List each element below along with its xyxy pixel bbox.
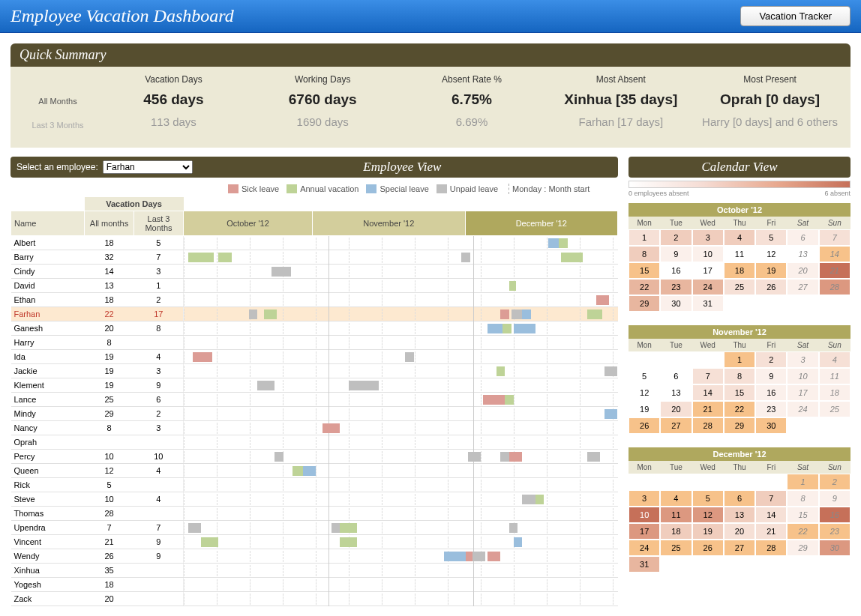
calendar-day[interactable]: 20 bbox=[660, 401, 692, 417]
table-row[interactable]: Queen124 bbox=[11, 464, 618, 478]
calendar-day[interactable]: 22 bbox=[628, 279, 660, 295]
table-row[interactable]: Cindy143 bbox=[11, 265, 618, 279]
calendar-day[interactable]: 15 bbox=[628, 262, 660, 279]
col-last3[interactable]: Last 3 Months bbox=[134, 211, 184, 236]
calendar-day[interactable]: 2 bbox=[755, 351, 787, 368]
calendar-day[interactable]: 19 bbox=[692, 523, 724, 540]
table-row[interactable]: Oprah bbox=[11, 435, 618, 450]
table-row[interactable]: Ethan182 bbox=[11, 293, 618, 307]
calendar-day[interactable]: 29 bbox=[628, 295, 660, 312]
calendar-day[interactable]: 19 bbox=[755, 262, 787, 279]
table-row[interactable]: Ida194 bbox=[11, 350, 618, 364]
table-row[interactable]: Xinhua35 bbox=[11, 564, 618, 578]
calendar-day[interactable]: 16 bbox=[819, 507, 850, 523]
calendar-day[interactable]: 9 bbox=[660, 246, 692, 262]
calendar-day[interactable]: 28 bbox=[692, 417, 724, 434]
table-row[interactable]: Ganesh208 bbox=[11, 321, 618, 336]
calendar-day[interactable]: 16 bbox=[755, 384, 787, 401]
table-row[interactable]: Steve104 bbox=[11, 492, 618, 507]
table-row[interactable]: Mindy292 bbox=[11, 407, 618, 421]
calendar-day[interactable]: 11 bbox=[724, 246, 755, 262]
calendar-day[interactable]: 4 bbox=[819, 351, 850, 368]
calendar-day[interactable]: 29 bbox=[787, 540, 818, 556]
calendar-day[interactable]: 8 bbox=[787, 490, 818, 507]
table-row[interactable]: Percy1010 bbox=[11, 450, 618, 464]
table-row[interactable]: Lance256 bbox=[11, 393, 618, 407]
calendar-day[interactable]: 18 bbox=[724, 262, 755, 279]
calendar-day[interactable]: 21 bbox=[755, 523, 787, 540]
calendar-day[interactable]: 7 bbox=[819, 229, 850, 246]
col-all-months[interactable]: All months bbox=[85, 211, 134, 236]
calendar-day[interactable]: 15 bbox=[787, 507, 818, 523]
calendar-day[interactable]: 13 bbox=[787, 246, 818, 262]
calendar-day[interactable]: 17 bbox=[628, 523, 660, 540]
calendar-day[interactable]: 25 bbox=[660, 540, 692, 556]
calendar-day[interactable]: 23 bbox=[660, 279, 692, 295]
calendar-day[interactable]: 21 bbox=[692, 401, 724, 417]
calendar-day[interactable]: 30 bbox=[819, 540, 850, 556]
table-row[interactable]: Vincent219 bbox=[11, 535, 618, 549]
table-row[interactable]: Yogesh18 bbox=[11, 578, 618, 592]
calendar-day[interactable]: 1 bbox=[628, 229, 660, 246]
calendar-day[interactable]: 4 bbox=[660, 490, 692, 507]
table-row[interactable]: Wendy269 bbox=[11, 549, 618, 564]
calendar-day[interactable]: 12 bbox=[628, 384, 660, 401]
calendar-day[interactable]: 21 bbox=[819, 262, 850, 279]
calendar-day[interactable]: 20 bbox=[787, 262, 818, 279]
calendar-day[interactable]: 24 bbox=[628, 540, 660, 556]
calendar-day[interactable]: 30 bbox=[660, 295, 692, 312]
table-row[interactable]: Harry8 bbox=[11, 336, 618, 350]
calendar-day[interactable]: 3 bbox=[692, 229, 724, 246]
calendar-day[interactable]: 14 bbox=[819, 246, 850, 262]
calendar-day[interactable]: 10 bbox=[787, 368, 818, 384]
calendar-day[interactable]: 2 bbox=[819, 474, 850, 490]
calendar-day[interactable]: 26 bbox=[628, 417, 660, 434]
calendar-day[interactable]: 27 bbox=[660, 417, 692, 434]
table-row[interactable]: Jackie193 bbox=[11, 364, 618, 378]
calendar-day[interactable]: 16 bbox=[660, 262, 692, 279]
col-name[interactable]: Name bbox=[11, 211, 85, 236]
calendar-day[interactable]: 1 bbox=[724, 351, 755, 368]
calendar-day[interactable]: 28 bbox=[755, 540, 787, 556]
calendar-day[interactable]: 19 bbox=[628, 401, 660, 417]
calendar-day[interactable]: 12 bbox=[692, 507, 724, 523]
calendar-day[interactable]: 5 bbox=[692, 490, 724, 507]
calendar-day[interactable]: 3 bbox=[787, 351, 818, 368]
calendar-day[interactable]: 28 bbox=[819, 279, 850, 295]
employee-select[interactable]: Farhan bbox=[103, 160, 193, 174]
calendar-day[interactable]: 2 bbox=[660, 229, 692, 246]
calendar-day[interactable]: 23 bbox=[819, 523, 850, 540]
calendar-day[interactable]: 1 bbox=[787, 474, 818, 490]
calendar-day[interactable]: 3 bbox=[628, 490, 660, 507]
calendar-day[interactable]: 11 bbox=[660, 507, 692, 523]
calendar-day[interactable]: 12 bbox=[755, 246, 787, 262]
calendar-day[interactable]: 26 bbox=[692, 540, 724, 556]
table-row[interactable]: Nancy83 bbox=[11, 421, 618, 435]
calendar-day[interactable]: 14 bbox=[692, 384, 724, 401]
calendar-day[interactable]: 10 bbox=[692, 246, 724, 262]
calendar-day[interactable]: 18 bbox=[660, 523, 692, 540]
table-row[interactable]: David131 bbox=[11, 279, 618, 293]
calendar-day[interactable]: 4 bbox=[724, 229, 755, 246]
calendar-day[interactable]: 9 bbox=[819, 490, 850, 507]
calendar-day[interactable]: 8 bbox=[628, 246, 660, 262]
calendar-day[interactable]: 18 bbox=[819, 384, 850, 401]
calendar-day[interactable]: 31 bbox=[628, 556, 660, 573]
calendar-day[interactable]: 11 bbox=[819, 368, 850, 384]
calendar-day[interactable]: 20 bbox=[724, 523, 755, 540]
calendar-day[interactable]: 23 bbox=[755, 401, 787, 417]
calendar-day[interactable]: 27 bbox=[724, 540, 755, 556]
table-row[interactable]: Farhan2217 bbox=[11, 307, 618, 321]
table-row[interactable]: Rick5 bbox=[11, 478, 618, 492]
table-row[interactable]: Zack20 bbox=[11, 592, 618, 606]
calendar-day[interactable]: 29 bbox=[724, 417, 755, 434]
calendar-day[interactable]: 27 bbox=[787, 279, 818, 295]
vacation-tracker-button[interactable]: Vacation Tracker bbox=[740, 6, 850, 26]
calendar-day[interactable]: 7 bbox=[755, 490, 787, 507]
calendar-day[interactable]: 8 bbox=[724, 368, 755, 384]
calendar-day[interactable]: 22 bbox=[724, 401, 755, 417]
calendar-day[interactable]: 22 bbox=[787, 523, 818, 540]
calendar-day[interactable]: 7 bbox=[692, 368, 724, 384]
table-row[interactable]: Barry327 bbox=[11, 250, 618, 265]
calendar-day[interactable]: 17 bbox=[787, 384, 818, 401]
